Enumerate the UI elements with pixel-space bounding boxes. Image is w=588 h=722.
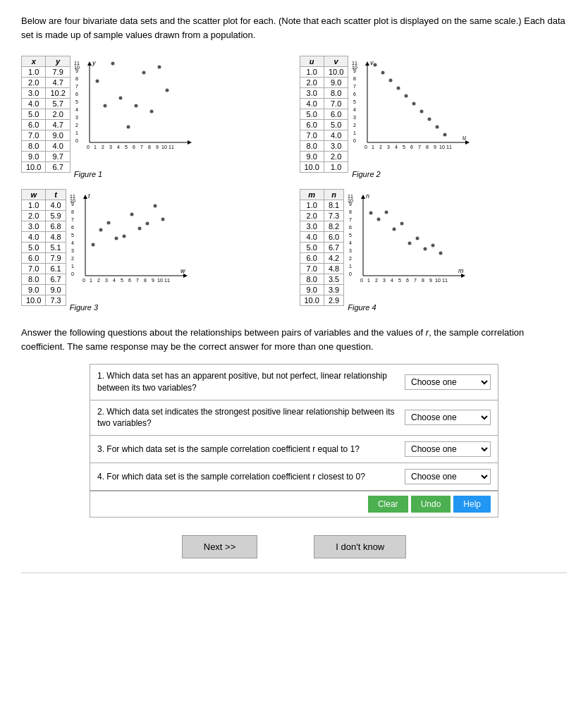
chart-wrapper-1: y 0 1 2 3 4 5 6 7 8 9 10 11 0 1 2 3 4 (74, 56, 194, 178)
col2-header-1: y (46, 56, 70, 67)
svg-text:0: 0 (87, 145, 90, 149)
dataset-block-3: w t 1.04.0 2.05.9 3.06.8 4.04.8 5.05.1 6… (21, 189, 289, 312)
svg-text:2: 2 (379, 145, 382, 149)
svg-point-32 (118, 97, 122, 100)
svg-text:4: 4 (75, 107, 78, 112)
svg-text:7: 7 (71, 217, 74, 222)
svg-marker-121 (361, 195, 365, 199)
svg-text:u: u (463, 134, 466, 141)
col2-header-2: v (324, 56, 348, 67)
svg-text:1: 1 (75, 130, 78, 135)
svg-text:7: 7 (349, 217, 352, 222)
svg-text:3: 3 (353, 115, 356, 120)
question-text-2: 2. Which data set indicates the stronges… (97, 406, 398, 430)
svg-point-113 (122, 235, 125, 238)
svg-text:5: 5 (125, 145, 128, 149)
svg-text:v: v (370, 59, 374, 66)
question-text-4: 4. For which data set is the sample corr… (97, 471, 398, 483)
svg-text:7: 7 (414, 278, 417, 283)
svg-text:2: 2 (97, 278, 100, 283)
svg-point-153 (400, 222, 404, 226)
svg-text:10: 10 (352, 65, 357, 70)
svg-point-155 (416, 237, 419, 240)
questions-box: 1. Which data set has an apparent positi… (90, 364, 498, 518)
svg-point-75 (420, 110, 424, 114)
svg-text:5: 5 (403, 145, 405, 149)
data-table-2: u v 1.010.0 2.09.0 3.08.0 4.07.0 5.06.0 … (300, 56, 349, 173)
svg-text:0: 0 (353, 138, 356, 143)
svg-point-31 (111, 62, 114, 66)
next-button[interactable]: Next >> (182, 535, 258, 558)
svg-text:8: 8 (75, 76, 78, 81)
svg-point-111 (106, 221, 110, 225)
clear-button[interactable]: Clear (368, 496, 408, 513)
svg-text:4: 4 (395, 145, 398, 149)
svg-text:0: 0 (82, 278, 85, 283)
svg-text:4: 4 (113, 278, 116, 283)
svg-point-116 (145, 222, 149, 226)
col1-header-1: x (22, 56, 46, 67)
question-row-2: 2. Which data set indicates the stronges… (90, 400, 498, 436)
action-buttons: Clear Undo Help (90, 491, 498, 517)
svg-text:1: 1 (349, 264, 352, 269)
svg-text:11: 11 (164, 278, 170, 283)
svg-text:3: 3 (387, 145, 390, 149)
svg-text:0: 0 (71, 271, 74, 276)
chart-svg-4: n m 0 1 2 3 4 5 6 7 8 9 10 11 0 1 2 3 4 … (348, 189, 467, 302)
question-select-3[interactable]: Choose one Data Set 1 (x, y) Data Set 2 … (405, 441, 491, 457)
svg-text:11: 11 (352, 61, 357, 66)
question-select-1[interactable]: Choose one Data Set 1 (x, y) Data Set 2 … (405, 374, 491, 390)
svg-point-150 (377, 218, 381, 221)
svg-text:7: 7 (353, 84, 356, 89)
svg-point-34 (134, 104, 137, 108)
svg-text:6: 6 (406, 278, 409, 283)
svg-text:6: 6 (133, 145, 135, 149)
col2-header-4: n (324, 190, 343, 200)
svg-text:1: 1 (90, 278, 92, 283)
svg-point-73 (405, 94, 408, 98)
question-select-4[interactable]: Choose one Data Set 1 (x, y) Data Set 2 … (405, 469, 491, 484)
svg-point-30 (103, 104, 106, 108)
svg-point-69 (374, 63, 377, 67)
figure-label-2: Figure 2 (352, 170, 380, 178)
svg-text:2: 2 (102, 145, 104, 149)
svg-point-115 (137, 227, 141, 231)
svg-text:3: 3 (75, 115, 78, 120)
svg-point-36 (149, 110, 153, 114)
svg-text:0: 0 (75, 138, 78, 143)
svg-text:11: 11 (70, 194, 75, 199)
svg-text:8: 8 (353, 76, 356, 81)
svg-text:11: 11 (446, 145, 452, 149)
bottom-divider (21, 573, 567, 573)
figure-label-3: Figure 3 (70, 303, 98, 312)
svg-text:10: 10 (435, 278, 441, 283)
data-table-3: w t 1.04.0 2.05.9 3.06.8 4.04.8 5.05.1 6… (21, 189, 66, 306)
svg-point-118 (161, 218, 164, 221)
question-select-2[interactable]: Choose one Data Set 1 (x, y) Data Set 2 … (405, 410, 491, 425)
undo-button[interactable]: Undo (411, 496, 451, 513)
chart-wrapper-3: t w 0 1 2 3 4 5 6 7 8 9 10 11 0 1 2 3 4 … (70, 189, 190, 312)
figure-label-4: Figure 4 (348, 303, 376, 312)
figure-label-1: Figure 1 (74, 170, 102, 178)
svg-text:w: w (180, 267, 185, 274)
svg-text:1: 1 (71, 264, 74, 269)
svg-text:6: 6 (128, 278, 131, 283)
svg-text:7: 7 (140, 145, 143, 149)
svg-point-152 (393, 228, 396, 231)
svg-text:2: 2 (71, 256, 74, 261)
svg-point-29 (95, 80, 99, 83)
help-button[interactable]: Help (453, 496, 491, 513)
svg-point-110 (99, 228, 102, 232)
svg-text:5: 5 (349, 233, 352, 238)
svg-point-158 (439, 252, 443, 255)
svg-text:9: 9 (152, 278, 154, 283)
svg-text:10: 10 (74, 65, 80, 70)
svg-point-117 (153, 204, 157, 208)
idk-button[interactable]: I don't know (314, 535, 406, 558)
svg-point-154 (408, 242, 412, 245)
chart-wrapper-4: n m 0 1 2 3 4 5 6 7 8 9 10 11 0 1 2 3 4 … (348, 189, 467, 312)
question-row-1: 1. Which data set has an apparent positi… (90, 365, 498, 400)
svg-text:4: 4 (353, 107, 356, 112)
svg-text:8: 8 (71, 209, 74, 214)
svg-point-37 (157, 66, 161, 69)
